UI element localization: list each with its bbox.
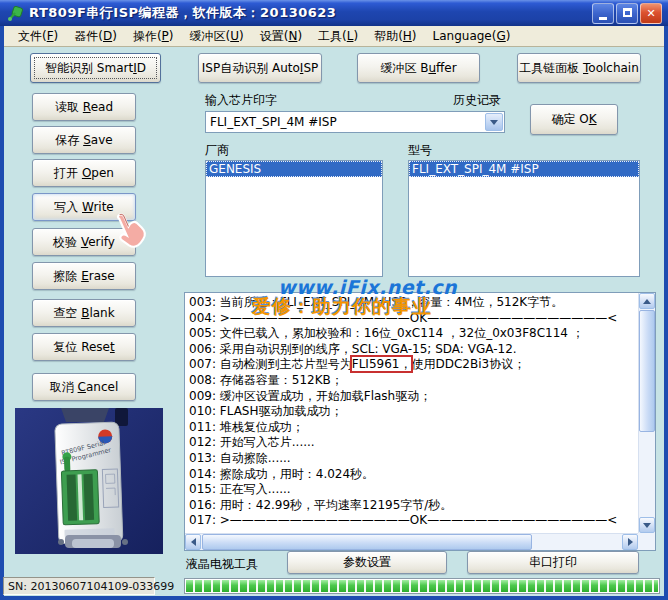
log-line: 013: 自动擦除......: [189, 451, 637, 467]
chevron-down-icon: [490, 120, 498, 129]
ok-button[interactable]: 确定 OK: [530, 104, 618, 135]
combo-dropdown-button[interactable]: [485, 113, 503, 131]
log-line: 010: FLASH驱动加载成功；: [189, 404, 637, 420]
model-listbox[interactable]: FLI_EXT_SPI_4M #ISP: [408, 160, 640, 277]
log-content: 003: 当前所选：FLI_EXT_SPI_4M #ISP，容量：4M位，512…: [189, 295, 637, 532]
menu-device[interactable]: 器件(D): [66, 26, 125, 47]
vga-connector-top: [61, 408, 109, 422]
log-line: 005: 文件已载入，累加校验和：16位_0xC114 ，32位_0x03F8C…: [189, 326, 637, 342]
scroll-right-button[interactable]: [622, 534, 638, 550]
watermark-slogan: 爱修：助力你的事业: [252, 294, 432, 320]
app-icon: [7, 5, 24, 22]
cancel-button[interactable]: 取消 Cancel: [32, 373, 136, 401]
maximize-button[interactable]: [616, 3, 638, 24]
log-horizontal-scrollbar[interactable]: [185, 533, 638, 550]
chip-combo[interactable]: FLI_EXT_SPI_4M #ISP: [205, 111, 505, 133]
app-window: RT809F串行ISP编程器，软件版本：20130623 ✕ 文件(F) 器件(…: [0, 0, 668, 600]
close-button[interactable]: ✕: [640, 3, 662, 24]
scrollbar-corner: [638, 533, 655, 550]
horizontal-scroll-thumb[interactable]: [202, 534, 532, 550]
focus-rect: [34, 57, 157, 79]
device-photo: RT809F Serial ISP Programmer: [15, 408, 163, 554]
log-line: 016: 用时：42.99秒，平均速率12195字节/秒。: [189, 498, 637, 514]
menu-file[interactable]: 文件(F): [10, 26, 66, 47]
log-line: 014: 擦除成功，用时：4.024秒。: [189, 467, 637, 483]
menubar: 文件(F) 器件(D) 操作(P) 缓冲区(U) 设置(N) 工具(L) 帮助(…: [4, 26, 664, 47]
manufacturer-label: 厂商: [205, 142, 229, 159]
buffer-button[interactable]: 缓冲区 Buffer: [357, 53, 480, 83]
blank-button[interactable]: 查空 Blank: [32, 299, 136, 327]
serial-number-status: SN: 20130607104109-033699: [3, 577, 155, 595]
manufacturer-item[interactable]: GENESIS: [206, 161, 382, 177]
arrow-left-icon: [187, 538, 196, 546]
log-line: 017: >———————————————OK———————————————<: [189, 513, 637, 529]
log-vertical-scrollbar[interactable]: [638, 293, 655, 533]
chip-print-label: 输入芯片印字: [205, 92, 277, 109]
write-button[interactable]: 写入 Write: [32, 193, 136, 221]
reset-button[interactable]: 复位 Reset: [32, 333, 136, 361]
log-line: 012: 开始写入芯片......: [189, 435, 637, 451]
open-button[interactable]: 打开 Open: [32, 159, 136, 187]
scroll-down-button[interactable]: [639, 517, 655, 533]
minimize-button[interactable]: [592, 3, 614, 24]
param-settings-button[interactable]: 参数设置: [287, 551, 447, 574]
window-titlebar: RT809F串行ISP编程器，软件版本：20130623 ✕: [0, 0, 668, 26]
serial-print-button[interactable]: 串口打印: [467, 551, 639, 574]
log-line: 009: 缓冲区设置成功，开始加载Flash驱动；: [189, 389, 637, 405]
vertical-scroll-thumb[interactable]: [639, 310, 655, 432]
scroll-up-button[interactable]: [639, 293, 655, 309]
history-label: 历史记录: [453, 92, 501, 109]
log-line: 008: 存储器容量：512KB；: [189, 373, 637, 389]
model-label: 型号: [408, 142, 432, 159]
arrow-right-icon: [628, 538, 637, 546]
menu-tools[interactable]: 工具(L): [310, 26, 366, 47]
window-title: RT809F串行ISP编程器，软件版本：20130623: [29, 4, 592, 22]
minimize-icon: [599, 17, 607, 20]
menu-help[interactable]: 帮助(H): [366, 26, 424, 47]
erase-button[interactable]: 擦除 Erase: [32, 262, 136, 290]
manufacturer-listbox[interactable]: GENESIS: [205, 160, 383, 277]
menu-operation[interactable]: 操作(P): [125, 26, 182, 47]
log-line: 006: 采用自动识别到的线序，SCL: VGA-15; SDA: VGA-12…: [189, 342, 637, 358]
menu-language[interactable]: Language(G): [425, 27, 519, 45]
toolchain-button[interactable]: 工具链面板 Toolchain: [517, 53, 641, 83]
progress-bar: [184, 578, 660, 594]
log-textarea[interactable]: 003: 当前所选：FLI_EXT_SPI_4M #ISP，容量：4M位，512…: [184, 292, 656, 551]
arrow-down-icon: [643, 523, 651, 532]
maximize-icon: [623, 8, 632, 17]
detected-chip-highlight: FLI5961，: [352, 357, 412, 371]
read-button[interactable]: 读取 Read: [32, 93, 136, 121]
log-line: 011: 堆栈复位成功；: [189, 420, 637, 436]
smartid-button[interactable]: 智能识别 SmartID: [30, 53, 161, 83]
progress-fill: [186, 580, 658, 592]
model-item[interactable]: FLI_EXT_SPI_4M #ISP: [409, 161, 639, 177]
log-line: 015: 正在写入......: [189, 482, 637, 498]
menu-buffer[interactable]: 缓冲区(U): [182, 26, 252, 47]
scroll-left-button[interactable]: [185, 534, 201, 550]
menu-settings[interactable]: 设置(N): [252, 26, 310, 47]
log-line-007: 007: 自动检测到主芯片型号为FLI5961，使用DDC2Bi3协议；: [189, 357, 637, 373]
save-button[interactable]: 保存 Save: [32, 126, 136, 154]
verify-button[interactable]: 校验 Verify: [32, 228, 136, 256]
chip-combo-value: FLI_EXT_SPI_4M #ISP: [206, 115, 485, 129]
arrow-up-icon: [643, 295, 651, 304]
autoisp-button[interactable]: ISP自动识别 AutoISP: [198, 53, 322, 83]
lcd-tv-tools-label: 液晶电视工具: [186, 556, 258, 573]
